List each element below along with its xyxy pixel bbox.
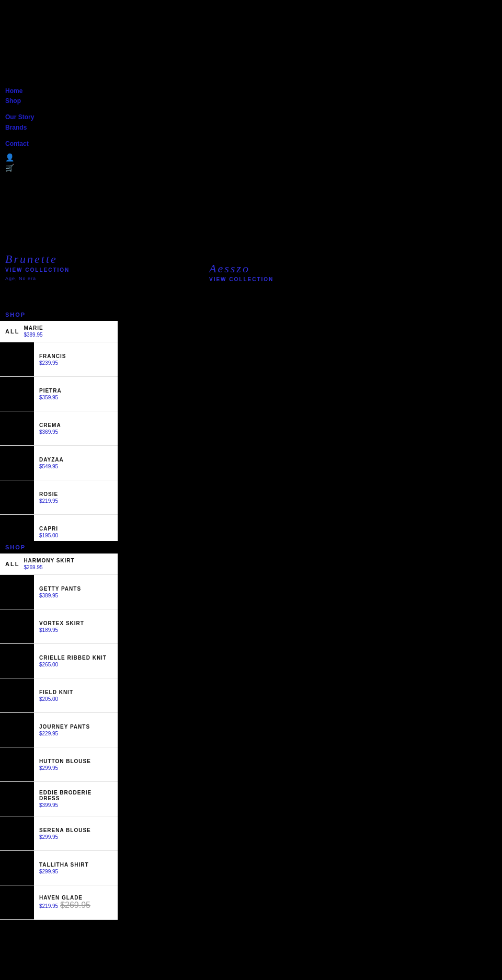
item-text: JOURNEY PANTS $229.95: [34, 720, 118, 741]
item-price: $189.95: [39, 627, 112, 633]
aesszo-harmony-price: $269.95: [24, 564, 74, 570]
list-item[interactable]: CREMA $369.95: [0, 411, 118, 446]
user-icon[interactable]: 👤: [5, 153, 141, 162]
item-thumb: [0, 851, 34, 885]
item-text: HAVEN GLADE $219.95 $269.95: [34, 891, 118, 914]
list-item[interactable]: FIELD KNIT $205.00: [0, 678, 118, 713]
list-item[interactable]: CRIELLE RIBBED KNIT $265.00: [0, 644, 118, 678]
item-text: SERENA BLOUSE $299.95: [34, 823, 118, 844]
item-price: $205.00: [39, 696, 112, 702]
haven-glade-sale-price: $219.95: [39, 903, 58, 909]
brunette-shop-header: SHOP: [0, 308, 118, 321]
list-item[interactable]: HUTTON BLOUSE $299.95: [0, 747, 118, 782]
brunette-first-item: MARIE $389.95: [24, 325, 43, 338]
item-price: $229.95: [39, 731, 112, 736]
item-name: ROSIE: [39, 491, 112, 497]
item-thumb: [0, 480, 34, 514]
list-item[interactable]: ROSIE $219.95: [0, 480, 118, 515]
item-price: $359.95: [39, 395, 112, 400]
item-name: HAVEN GLADE: [39, 895, 112, 901]
item-thumb: [0, 678, 34, 712]
list-item[interactable]: VORTEX SKIRT $189.95: [0, 609, 118, 644]
item-thumb: [0, 747, 34, 781]
nav-shop[interactable]: Shop: [5, 96, 141, 106]
item-name: CAPRI: [39, 526, 112, 532]
item-text: CREMA $369.95: [34, 418, 118, 439]
item-text: CAPRI $195.00: [34, 522, 118, 543]
item-price: $549.95: [39, 464, 112, 469]
item-text: PIETRA $359.95: [34, 384, 118, 405]
list-item[interactable]: SERENA BLOUSE $299.95: [0, 816, 118, 851]
haven-glade-original-price: $269.95: [60, 901, 90, 910]
item-thumb: [0, 713, 34, 747]
item-name: VORTEX SKIRT: [39, 620, 112, 626]
item-price: $195.00: [39, 533, 112, 538]
hero-left-content: Brunette VIEW COLLECTION Age, No era: [5, 252, 70, 282]
hero-left-subtitle: Age, No era: [5, 276, 36, 281]
item-thumb: [0, 609, 34, 643]
hero-right-view-collection[interactable]: VIEW COLLECTION: [209, 276, 273, 282]
item-name: SERENA BLOUSE: [39, 827, 112, 833]
item-text: VORTEX SKIRT $189.95: [34, 616, 118, 637]
hero-left-view-collection[interactable]: VIEW COLLECTION: [5, 267, 70, 273]
item-text: EDDIE BRODERIE DRESS $399.95: [34, 786, 118, 812]
list-item[interactable]: EDDIE BRODERIE DRESS $399.95: [0, 782, 118, 816]
list-item[interactable]: PIETRA $359.95: [0, 377, 118, 411]
list-item[interactable]: TALLITHA SHIRT $299.95: [0, 851, 118, 885]
item-name: FRANCIS: [39, 353, 112, 359]
item-name: PIETRA: [39, 388, 112, 394]
brunette-all-row[interactable]: ALL MARIE $389.95: [0, 321, 118, 342]
item-text: CRIELLE RIBBED KNIT $265.00: [34, 651, 118, 672]
aesszo-harmony-name: HARMONY SKIRT: [24, 558, 74, 563]
list-item[interactable]: JOURNEY PANTS $229.95: [0, 713, 118, 747]
item-name: HUTTON BLOUSE: [39, 758, 112, 764]
item-price: $239.95: [39, 360, 112, 366]
item-name: DAYZAA: [39, 457, 112, 463]
item-name: TALLITHA SHIRT: [39, 862, 112, 868]
item-price: $219.95: [39, 498, 112, 504]
item-text: GETTY PANTS $389.95: [34, 582, 118, 603]
item-price: $299.95: [39, 834, 112, 840]
brunette-marie-price: $389.95: [24, 332, 43, 338]
aesszo-all-row[interactable]: ALL HARMONY SKIRT $269.95: [0, 554, 118, 575]
item-text: FIELD KNIT $205.00: [34, 685, 118, 706]
haven-glade-price-row: $219.95 $269.95: [39, 901, 112, 910]
item-text: TALLITHA SHIRT $299.95: [34, 858, 118, 879]
hero-left-brand: Brunette: [5, 252, 58, 266]
nav-our-story[interactable]: Our Story: [5, 112, 141, 122]
hero-right-brand: Aesszo: [209, 262, 250, 275]
item-thumb: [0, 782, 34, 816]
item-price: $265.00: [39, 662, 112, 667]
cart-icon[interactable]: 🛒: [5, 164, 141, 172]
item-text: FRANCIS $239.95: [34, 349, 118, 370]
item-name: EDDIE BRODERIE DRESS: [39, 790, 112, 801]
aesszo-all-label: ALL: [5, 561, 19, 567]
item-thumb: [0, 644, 34, 678]
hero-right-content: Aesszo VIEW COLLECTION: [209, 262, 273, 282]
list-item[interactable]: FRANCIS $239.95: [0, 342, 118, 377]
item-text: ROSIE $219.95: [34, 487, 118, 508]
list-item[interactable]: DAYZAA $549.95: [0, 446, 118, 480]
item-thumb: [0, 342, 34, 376]
item-thumb: [0, 411, 34, 445]
navigation: Home Shop Our Story Brands Contact 👤 🛒: [0, 81, 146, 177]
list-item[interactable]: GETTY PANTS $389.95: [0, 575, 118, 609]
brunette-all-label: ALL: [5, 328, 19, 335]
brunette-marie-name: MARIE: [24, 325, 43, 331]
item-text: HUTTON BLOUSE $299.95: [34, 754, 118, 775]
item-name: JOURNEY PANTS: [39, 724, 112, 730]
nav-brands[interactable]: Brands: [5, 123, 141, 133]
item-name: GETTY PANTS: [39, 586, 112, 592]
aesszo-shop-header: SHOP: [0, 541, 118, 554]
nav-home[interactable]: Home: [5, 86, 141, 96]
aesszo-shop-dropdown: SHOP ALL HARMONY SKIRT $269.95 GETTY PAN…: [0, 541, 118, 920]
item-thumb: [0, 885, 34, 919]
aesszo-first-item: HARMONY SKIRT $269.95: [24, 558, 74, 570]
list-item-haven-glade[interactable]: HAVEN GLADE $219.95 $269.95: [0, 885, 118, 920]
item-thumb: [0, 816, 34, 850]
item-price: $369.95: [39, 429, 112, 435]
item-thumb: [0, 377, 34, 411]
item-name: CREMA: [39, 422, 112, 428]
nav-contact[interactable]: Contact: [5, 139, 141, 149]
item-price: $399.95: [39, 802, 112, 808]
